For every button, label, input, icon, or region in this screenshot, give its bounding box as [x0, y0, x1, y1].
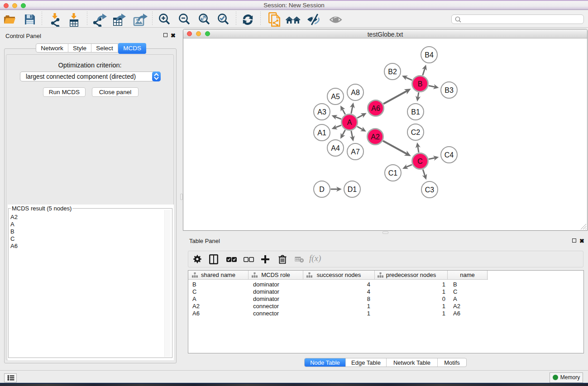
- svg-text:A3: A3: [317, 108, 326, 116]
- svg-text:A4: A4: [331, 144, 340, 152]
- svg-text:A8: A8: [351, 89, 360, 96]
- svg-text:A6: A6: [371, 105, 380, 112]
- svg-text:B: B: [418, 80, 423, 88]
- svg-text:A2: A2: [371, 133, 380, 141]
- svg-text:A: A: [347, 119, 352, 126]
- svg-text:C3: C3: [425, 186, 435, 194]
- svg-text:A1: A1: [317, 129, 326, 137]
- svg-text:A5: A5: [331, 93, 340, 100]
- svg-text:B1: B1: [411, 108, 420, 116]
- svg-text:C2: C2: [411, 129, 421, 136]
- svg-text:D: D: [319, 186, 325, 193]
- svg-text:D1: D1: [348, 186, 357, 193]
- svg-text:B3: B3: [445, 86, 454, 94]
- svg-text:B4: B4: [425, 51, 434, 59]
- svg-text:A7: A7: [351, 148, 360, 156]
- svg-text:C4: C4: [445, 151, 454, 159]
- svg-text:B2: B2: [388, 68, 397, 76]
- svg-text:C1: C1: [388, 169, 398, 177]
- svg-text:C: C: [417, 157, 423, 165]
